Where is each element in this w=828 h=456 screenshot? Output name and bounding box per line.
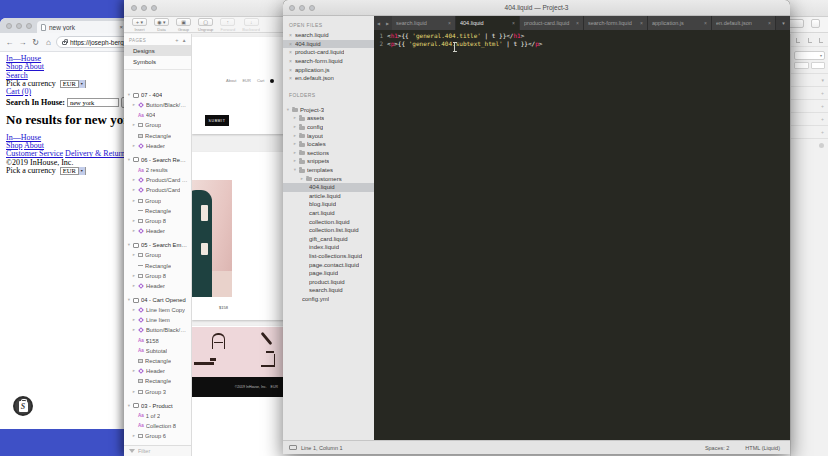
layer-row[interactable]: ▸Product/Card [124,185,191,195]
open-file-search.liquid[interactable]: ×search.liquid [283,31,374,40]
close-file-icon[interactable]: × [289,67,292,73]
editor-titlebar[interactable]: 404.liquid — Project-3 [283,0,790,16]
layers-section-header[interactable]: ▾03 - Product [124,401,191,411]
layer-row[interactable]: ▸Header [124,141,191,151]
layer-row[interactable]: ▸Group [124,196,191,206]
reload-icon[interactable]: ↻ [30,38,41,47]
design-submit-button[interactable]: SUBMIT [205,115,229,126]
file-item-collection.liquid[interactable]: collection.liquid [283,217,374,226]
file-item-article.liquid[interactable]: article.liquid [283,192,374,201]
layer-row[interactable]: ▸Group 6 [124,431,191,441]
open-file-application.js[interactable]: ×application.js [283,65,374,74]
zoom-window-button[interactable] [26,23,32,29]
open-file-en.default.json[interactable]: ×en.default.json [283,74,374,83]
layer-row[interactable]: ▸Product/Card Co… [124,175,191,185]
cart-link[interactable]: Cart (0) [6,87,31,96]
layer-row[interactable]: AaCollection 8 [124,421,191,431]
layer-row[interactable]: ▸Button/Black/Sm… [124,100,191,110]
layer-row[interactable]: ▸Header [124,366,191,376]
tab-close-icon[interactable]: × [640,20,643,26]
toolbar-forward-button[interactable]: ↑Forward [220,18,235,32]
close-file-icon[interactable]: × [289,75,292,81]
footer-service-link-1[interactable]: Delivery & Returns [65,149,128,158]
page-item-designs[interactable]: Designs [124,45,191,56]
layer-row[interactable]: ▸Group 8 [124,271,191,281]
panel-switcher-icon[interactable] [289,445,297,450]
tab-en.default.json[interactable]: en.default.json× [712,16,776,30]
shopify-badge[interactable]: S [13,396,33,416]
layer-row[interactable]: Aa1 of 2 [124,411,191,421]
file-item-cart.liquid[interactable]: cart.liquid [283,209,374,218]
layers-section-header[interactable]: ▾05 - Search Empty [124,240,191,250]
layer-row[interactable]: Aa$158 [124,336,191,346]
align-center-icon[interactable] [808,38,812,43]
add-page-icon[interactable]: + [175,37,179,43]
toolbar-insert-button[interactable]: + ▾Insert [132,18,147,32]
folder-item-layout[interactable]: ▸layout [283,131,374,140]
file-item-404.liquid[interactable]: 404.liquid [283,183,374,192]
zoom-window-button[interactable] [151,5,157,11]
layers-section-header[interactable]: ▾04 - Cart Opened [124,295,191,305]
layers-section-header[interactable]: ▾06 - Search Resu… [124,155,191,165]
minimize-window-button[interactable] [141,5,147,11]
folder-item-Project-3[interactable]: ▾Project-3 [283,106,374,115]
tab-close-icon[interactable]: × [512,20,515,26]
product-image[interactable] [192,180,232,297]
open-file-product-card.liquid[interactable]: ×product-card.liquid [283,48,374,57]
search-input[interactable] [67,98,119,107]
tab-overflow-icon[interactable]: ▼ [777,16,790,30]
page-item-symbols[interactable]: Symbols [124,56,191,67]
file-item-product.liquid[interactable]: product.liquid [283,277,374,286]
file-item-collection.list.liquid[interactable]: collection.list.liquid [283,226,374,235]
folder-item-assets[interactable]: ▸assets [283,114,374,123]
file-item-index.liquid[interactable]: index.liquid [283,243,374,252]
indentation-setting[interactable]: Spaces: 2 [705,445,729,451]
align-right-icon[interactable] [819,38,823,43]
browser-tab[interactable]: new york × [37,21,127,33]
open-file-404.liquid[interactable]: ×404.liquid [283,40,374,49]
folder-item-config[interactable]: ▸config [283,123,374,132]
layer-row[interactable]: Aa2 results [124,165,191,175]
close-file-icon[interactable]: × [289,41,292,47]
file-item-page.liquid[interactable]: page.liquid [283,269,374,278]
inspector-section-row[interactable]: + [791,112,828,125]
tab-search.liquid[interactable]: search.liquid× [392,16,456,30]
inspector-section-row[interactable]: + [791,86,828,99]
minimize-window-button[interactable] [299,5,305,11]
layer-row[interactable]: ▸Button/Black/Sm… [124,325,191,335]
folder-item-sections[interactable]: ▸sections [283,149,374,158]
folder-item-snippets[interactable]: ▸snippets [283,157,374,166]
file-item-blog.liquid[interactable]: blog.liquid [283,200,374,209]
inspector-section-row[interactable] [791,138,828,151]
folder-item-templates[interactable]: ▾templates [283,166,374,175]
layer-row[interactable]: Rectangle [124,206,191,216]
tab-scroll-right-icon[interactable]: ▶ [383,16,392,30]
file-item-list-collections.liquid[interactable]: list-collections.liquid [283,252,374,261]
toolbar-data-button[interactable]: ◉ ▾Data [154,18,169,32]
toolbar-group-button[interactable]: ▣Group [176,18,191,32]
collapse-pages-icon[interactable]: ▴ [183,37,186,43]
tab-close-icon[interactable]: × [768,20,771,26]
close-file-icon[interactable]: × [289,49,292,55]
folder-item-customers[interactable]: ▸customers [283,174,374,183]
layer-row[interactable]: ▸Header [124,226,191,236]
layer-row[interactable]: ▸Group [124,250,191,260]
home-icon[interactable]: ⌂ [43,38,54,47]
inspector-section-row[interactable]: + [791,99,828,112]
tab-close-icon[interactable]: × [576,20,579,26]
toolbar-ungroup-button[interactable]: ▢Ungroup [198,18,213,32]
close-window-button[interactable] [289,5,295,11]
close-window-button[interactable] [6,23,12,29]
tab-application.js[interactable]: application.js× [648,16,712,30]
close-file-icon[interactable]: × [289,58,292,64]
tab-product-card.liquid[interactable]: product-card.liquid× [520,16,584,30]
layer-row[interactable]: ▸Group [124,120,191,130]
back-icon[interactable]: ← [4,38,15,47]
zoom-window-button[interactable] [309,5,315,11]
align-left-icon[interactable] [796,38,800,43]
layer-row[interactable]: Aa404 [124,110,191,120]
file-item-page.contact.liquid[interactable]: page.contact.liquid [283,260,374,269]
minimize-window-button[interactable] [16,23,22,29]
layer-row[interactable]: ▸Group 3 [124,387,191,397]
layer-row[interactable]: ▸Line Item [124,315,191,325]
